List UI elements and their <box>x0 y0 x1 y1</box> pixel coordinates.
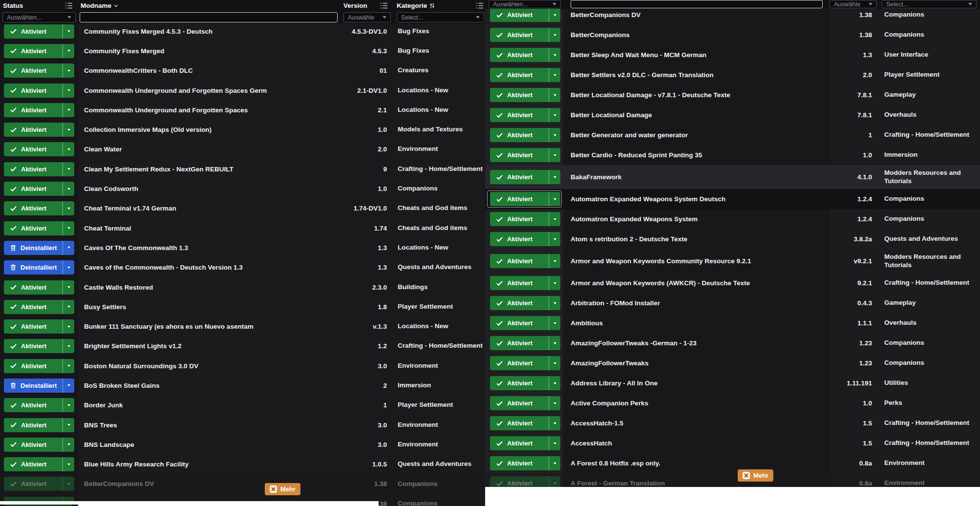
table-row[interactable]: AktiviertCommunity Fixes Merged 4.5.3 - … <box>0 21 485 41</box>
table-row[interactable]: AktiviertAutomatron Expanded Weapons Sys… <box>485 189 980 209</box>
status-dropdown-caret[interactable] <box>63 182 74 196</box>
status-dropdown-caret[interactable] <box>63 142 74 156</box>
table-row[interactable]: AktiviertAmazingFollowerTweaks1.23Compan… <box>485 353 980 373</box>
table-row[interactable]: AktiviertBetterCompanions DV1.38Companio… <box>0 474 485 494</box>
status-dropdown-caret[interactable] <box>63 44 74 58</box>
status-dropdown-caret[interactable] <box>63 457 74 471</box>
version-filter-select[interactable]: Auswähle <box>343 12 391 22</box>
table-row[interactable]: AktiviertCommonwealthCritters - Both DLC… <box>0 61 485 81</box>
table-row[interactable]: AktiviertA Forest 0.8 Hotfix .esp only.0… <box>485 453 980 473</box>
modname-filter-input[interactable] <box>80 12 338 22</box>
list-menu-icon[interactable] <box>476 2 484 9</box>
mod-status-button[interactable]: Aktiviert <box>4 339 74 353</box>
mod-status-button[interactable]: Aktiviert <box>4 63 74 78</box>
status-dropdown-caret[interactable] <box>549 416 560 430</box>
status-dropdown-caret[interactable] <box>63 221 74 235</box>
kategorie-filter-select[interactable]: Select... <box>882 0 977 8</box>
status-dropdown-caret[interactable] <box>63 162 74 176</box>
status-dropdown-caret[interactable] <box>549 254 560 268</box>
status-dropdown-caret[interactable] <box>549 316 560 330</box>
table-row[interactable]: AktiviertBusy Settlers1.8Player Settleme… <box>0 297 485 316</box>
status-dropdown-caret[interactable] <box>549 436 560 450</box>
column-header-modname[interactable]: Modname <box>81 2 118 9</box>
status-dropdown-caret[interactable] <box>549 276 560 290</box>
mod-status-button[interactable]: Aktiviert <box>490 192 560 206</box>
status-filter-select[interactable]: Auswählen... <box>2 12 76 22</box>
status-dropdown-caret[interactable] <box>549 296 560 310</box>
mod-status-button[interactable]: Aktiviert <box>4 142 74 156</box>
table-row[interactable]: AktiviertCommonwealth Underground and Fo… <box>0 81 485 100</box>
mod-status-button[interactable]: Aktiviert <box>4 359 74 373</box>
mod-status-button[interactable]: Aktiviert <box>490 170 560 184</box>
status-dropdown-caret[interactable] <box>63 241 74 255</box>
mod-status-button[interactable]: Aktiviert <box>4 418 74 432</box>
table-row[interactable]: AktiviertCommonwealth Underground and Fo… <box>0 100 485 120</box>
table-row[interactable]: AktiviertAccessHatch1.5Crafting - Home/S… <box>485 433 980 453</box>
mod-status-button[interactable]: Aktiviert <box>490 232 560 246</box>
table-row[interactable]: AktiviertClean My Settlement Redux - Nex… <box>0 159 485 179</box>
table-row[interactable]: AktiviertArmor and Weapon Keywords Commu… <box>485 249 980 273</box>
table-row[interactable]: AktiviertBorder Junk1Player Settlement <box>0 396 485 415</box>
status-dropdown-caret[interactable] <box>549 48 560 62</box>
table-row[interactable]: AktiviertArbitration - FOMod Installer0.… <box>485 293 980 313</box>
table-row[interactable]: AktiviertBetterCompanions1.38Companions <box>485 25 980 45</box>
status-dropdown-caret[interactable] <box>549 170 560 184</box>
list-menu-icon[interactable] <box>380 2 388 9</box>
status-dropdown-caret[interactable] <box>63 300 74 314</box>
mod-status-button[interactable]: Aktiviert <box>4 201 74 215</box>
modname-filter-input[interactable] <box>571 0 823 8</box>
table-row[interactable]: AktiviertCollection Immersive Maps (Old … <box>0 120 485 139</box>
status-dropdown-caret[interactable] <box>549 148 560 162</box>
table-row[interactable]: AktiviertBoston Natural Surroundings 3.0… <box>0 356 485 376</box>
status-dropdown-caret[interactable] <box>63 438 74 452</box>
mod-status-button[interactable]: Aktiviert <box>490 9 560 22</box>
status-dropdown-caret[interactable] <box>63 418 74 432</box>
mod-status-button[interactable]: Aktiviert <box>490 148 560 162</box>
mod-status-button[interactable]: Aktiviert <box>490 48 560 62</box>
status-dropdown-caret[interactable] <box>549 9 560 22</box>
mod-status-button[interactable]: Aktiviert <box>490 296 560 310</box>
status-dropdown-caret[interactable] <box>549 376 560 390</box>
mod-status-button[interactable]: Aktiviert <box>490 396 560 410</box>
mod-status-button[interactable]: Aktiviert <box>4 162 74 176</box>
mod-status-button[interactable]: Aktiviert <box>490 108 560 122</box>
column-header-kategorie[interactable]: Kategorie <box>397 2 435 9</box>
table-row[interactable]: AktiviertAmbitious1.1.1Overhauls <box>485 313 980 333</box>
mod-status-button[interactable]: Aktiviert <box>490 436 560 450</box>
table-row[interactable]: AktiviertBetter Locational Damage - v7.8… <box>485 85 980 105</box>
status-dropdown-caret[interactable] <box>63 201 74 215</box>
mod-status-button[interactable]: Aktiviert <box>4 84 74 98</box>
mod-status-button[interactable]: Aktiviert <box>490 68 560 82</box>
table-row[interactable]: AktiviertAtom s retribution 2 - Deutsche… <box>485 229 980 249</box>
status-dropdown-caret[interactable] <box>549 128 560 142</box>
mod-status-button[interactable]: Aktiviert <box>490 254 560 268</box>
status-filter-select[interactable]: Auswählen... <box>489 0 561 8</box>
table-row[interactable]: AktiviertClean Water2.0Environment <box>0 140 485 159</box>
mod-status-button[interactable]: Deinstalliert <box>4 241 74 255</box>
mod-status-button[interactable]: Aktiviert <box>490 128 560 142</box>
mod-status-button[interactable]: Aktiviert <box>490 336 560 350</box>
table-row[interactable]: AktiviertCastle Walls Restored2.3.0Build… <box>0 277 485 297</box>
table-row[interactable]: AktiviertBetter Sleep And Wait Menu - MC… <box>485 45 980 65</box>
more-button[interactable]: Mehr <box>738 469 773 482</box>
status-dropdown-caret[interactable] <box>549 28 560 42</box>
table-row[interactable]: AktiviertCommunity Fixes Merged4.5.3Bug … <box>0 41 485 61</box>
status-dropdown-caret[interactable] <box>549 192 560 206</box>
mod-status-button[interactable]: Aktiviert <box>4 103 74 117</box>
status-dropdown-caret[interactable] <box>549 232 560 246</box>
mod-status-button[interactable]: Aktiviert <box>4 457 74 471</box>
table-row[interactable]: AktiviertAddress Library - All In One1.1… <box>485 373 980 393</box>
status-dropdown-caret[interactable] <box>63 319 74 334</box>
table-row[interactable]: AktiviertBetter Generator and water gene… <box>485 125 980 145</box>
table-row[interactable]: AktiviertBNS Landscape3.0Environment <box>0 435 485 454</box>
status-dropdown-caret[interactable] <box>63 398 74 412</box>
status-dropdown-caret[interactable] <box>549 356 560 370</box>
table-row[interactable]: AktiviertBNS Trees3.0Environment <box>0 415 485 435</box>
status-dropdown-caret[interactable] <box>63 339 74 353</box>
status-dropdown-caret[interactable] <box>549 456 560 470</box>
status-dropdown-caret[interactable] <box>63 260 74 274</box>
table-row[interactable]: AktiviertBunker 111 Sanctuary (es ahora … <box>0 316 485 336</box>
status-dropdown-caret[interactable] <box>549 88 560 102</box>
mod-status-button[interactable]: Aktiviert <box>490 276 560 290</box>
mod-status-button[interactable]: Aktiviert <box>490 88 560 102</box>
